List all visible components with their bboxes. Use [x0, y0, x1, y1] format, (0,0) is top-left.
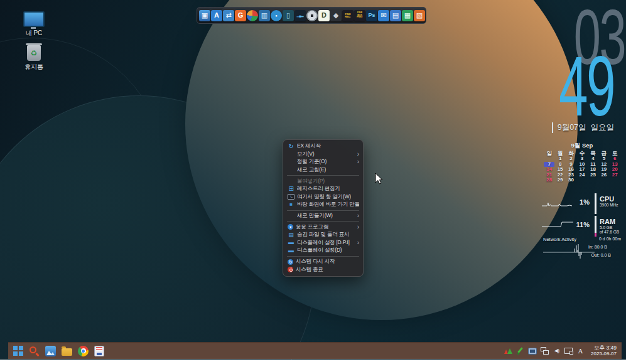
file-icon — [288, 232, 294, 238]
cpu-bar — [595, 193, 596, 214]
menu-item-label: 붙여넣기(P) — [297, 178, 359, 185]
volume-icon[interactable] — [553, 347, 561, 355]
pie-stats-icon[interactable] — [247, 10, 258, 21]
menu-item-label: 새로 만들기(W) — [297, 212, 352, 220]
menu-item-label: 디스플레이 설정(D) — [297, 247, 359, 254]
calc-icon[interactable]: ▦ — [402, 10, 413, 21]
keyboard-layout-icon[interactable] — [528, 348, 537, 355]
menu-item[interactable]: 새로 고침(E) — [283, 166, 363, 174]
menu-item-label: 바탕 화면에 바로 가기 만들기 — [297, 201, 359, 208]
menu-item-label: 정렬 기준(O) — [297, 158, 352, 166]
file-explorer-button[interactable] — [62, 348, 72, 356]
scanner-icon[interactable]: ▥ — [259, 10, 270, 21]
photoshop-icon[interactable]: Ps — [366, 10, 377, 21]
restart-icon — [288, 259, 293, 265]
menu-item[interactable]: 시스템 종료 — [283, 265, 363, 274]
menu-item-label: 새로 고침(E) — [297, 166, 359, 174]
ram-total: of 47.6 GB — [600, 230, 622, 234]
mail-icon[interactable]: ✉ — [378, 10, 389, 21]
menu-item[interactable]: 새로 만들기(W) — [283, 212, 363, 220]
calendar-grid: 1234567891011121314151617181920212223242… — [544, 156, 620, 183]
star-icon — [288, 224, 293, 230]
taskbar: A 오후 3:49 2025-09-07 — [8, 342, 622, 359]
my-computer-icon[interactable]: ▣ — [199, 10, 210, 21]
menu-item[interactable]: 보기(V) — [283, 151, 363, 159]
menu-item[interactable]: 정렬 기준(O) — [283, 158, 363, 166]
ram-gauge: 11% RAM 5.0 GB of 47.6 GB — [538, 215, 626, 238]
start-button[interactable] — [13, 346, 23, 356]
submenu-arrow-icon — [354, 151, 359, 158]
calendar-week: 282930 — [544, 178, 620, 183]
input-status-icon[interactable] — [516, 347, 524, 355]
menu-item[interactable]: 시스템 다시 시작 — [283, 258, 363, 266]
menu-item-label: 디스플레이 설정 [D.P.I] — [297, 239, 352, 247]
menu-item: 붙여넣기(P) — [283, 177, 363, 185]
taskbar-left — [13, 346, 104, 356]
diamond-tool-icon[interactable]: ◆ — [330, 10, 342, 21]
network-out: Out: 0.0 B — [591, 253, 611, 257]
menu-item[interactable]: 숨김 파일 및 폴더 표시 — [283, 231, 363, 239]
dvd-styler-icon[interactable]: D — [318, 10, 330, 21]
trash-icon — [27, 45, 41, 61]
display-icon — [288, 240, 294, 246]
ram-used: 5.0 GB — [600, 225, 622, 230]
calendar-day: 28 — [544, 178, 554, 183]
blank-icon — [288, 151, 294, 158]
chrome-browser-button[interactable] — [78, 346, 89, 356]
search-button[interactable] — [29, 346, 40, 356]
shortcut-icon — [288, 201, 294, 208]
menu-separator — [287, 221, 359, 222]
g-tool-icon[interactable]: G — [235, 10, 246, 21]
context-menu: EX 재시작보기(V)정렬 기준(O)새로 고침(E)붙여넣기(P)레지스트리 … — [283, 139, 364, 277]
desktop-icon-mypc[interactable]: 내 PC — [14, 11, 54, 38]
voice-recorder-icon[interactable]: ● — [271, 10, 282, 21]
display-status-icon[interactable] — [564, 348, 573, 354]
menu-item-label: 보기(V) — [297, 151, 352, 158]
menu-item[interactable]: 바탕 화면에 바로 가기 만들기 — [283, 201, 363, 209]
blank-icon — [288, 178, 294, 185]
disc-burner-icon[interactable] — [306, 10, 318, 21]
photos-button[interactable] — [45, 346, 56, 356]
calendar-title: 9월 Sep — [544, 142, 620, 149]
writer-icon[interactable]: ▤ — [390, 10, 401, 21]
tray-clock[interactable]: 오후 3:49 2025-09-07 — [591, 345, 617, 357]
mouse-cursor — [375, 173, 383, 187]
desktop: 내 PC휴지통 ▣A⇄G▥●▯▁▄▂D◆FINE RED.FINE BOX PR… — [0, 0, 626, 360]
tray-icons: A — [504, 347, 585, 355]
menu-item[interactable]: 디스플레이 설정(D) — [283, 247, 363, 255]
impress-icon[interactable]: ▧ — [414, 10, 425, 21]
desktop-icon-trash[interactable]: 휴지통 — [14, 45, 54, 72]
submenu-arrow-icon — [354, 224, 359, 230]
calendar-widget: 9월 Sep 일월화수목금토 1234567891011121314151617… — [544, 142, 620, 183]
system-monitor-icon[interactable]: ▁▄▂ — [294, 10, 306, 21]
ram-sparkline — [542, 221, 573, 228]
bottom-margin — [0, 360, 626, 364]
network-status-icon[interactable] — [541, 347, 549, 355]
menu-item-label: 여기서 명령 창 열기(W) — [297, 193, 359, 201]
menu-item[interactable]: 응용 프로그램 — [283, 223, 363, 231]
cabinet-icon[interactable]: ▯ — [283, 10, 294, 21]
ime-indicator-icon[interactable]: A — [576, 347, 585, 355]
system-tray: A 오후 3:49 2025-09-07 — [504, 345, 617, 357]
submenu-arrow-icon — [354, 159, 359, 165]
tray-time: 오후 3:49 — [591, 345, 617, 351]
menu-item[interactable]: 디스플레이 설정 [D.P.I] — [283, 239, 363, 247]
calendar-day-empty — [576, 178, 587, 183]
calendar-weekday: 일 — [544, 150, 554, 156]
fine-box-print-icon[interactable]: FINE BOX PRNT — [354, 10, 365, 21]
menu-item[interactable]: 여기서 명령 창 열기(W) — [283, 193, 363, 201]
terminal-icon — [288, 194, 294, 200]
activity-graph-icon[interactable] — [504, 347, 512, 355]
refresh-icon — [288, 143, 294, 149]
blank-icon — [288, 159, 294, 165]
network-graph — [543, 244, 595, 260]
file-sync-icon[interactable]: ⇄ — [223, 10, 234, 21]
calendar-day: 26 — [598, 173, 609, 178]
menu-item[interactable]: 레지스트리 편집기 — [283, 185, 363, 193]
menu-item[interactable]: EX 재시작 — [283, 142, 363, 151]
dock: ▣A⇄G▥●▯▁▄▂D◆FINE RED.FINE BOX PRNTPs✉▤▦▧ — [197, 7, 426, 24]
network-in: In: 80.0 B — [588, 245, 607, 249]
backup-tool-button[interactable] — [94, 346, 104, 356]
editor-a-icon[interactable]: A — [211, 10, 222, 21]
fine-reader-icon[interactable]: FINE RED. — [342, 10, 353, 21]
